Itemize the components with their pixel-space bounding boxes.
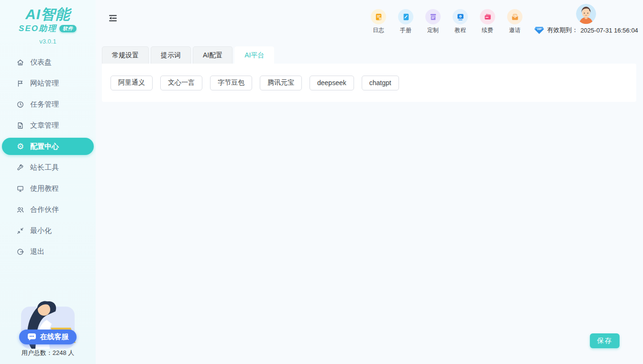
sidebar-item-label: 退出 (30, 247, 44, 256)
header-action-manual[interactable]: 手册 (397, 9, 414, 34)
monitor-icon (16, 185, 24, 193)
sidebar-item-exit[interactable]: 退出 (0, 241, 96, 262)
header-action-tutorial[interactable]: 教程 (452, 9, 469, 34)
customer-service-card: 在线客服 用户总数：2248 人 (0, 289, 96, 357)
sidebar: AI智能 SEO助理 软件 v3.0.1 仪表盘 网站管理 任务管理 文章管 (0, 0, 96, 364)
platform-button-doubao[interactable]: 字节豆包 (210, 76, 252, 90)
header-action-label: 手册 (400, 26, 411, 34)
flag-icon (16, 79, 24, 88)
avatar[interactable] (576, 4, 596, 24)
header-action-renew[interactable]: 续费 (479, 9, 496, 34)
chat-bubble-icon (27, 333, 36, 341)
svg-text:VIP: VIP (537, 27, 542, 30)
online-service-button[interactable]: 在线客服 (19, 330, 77, 344)
header-action-label: 定制 (427, 26, 439, 34)
minimize-icon (16, 227, 24, 235)
platform-button-chatgpt[interactable]: chatgpt (362, 76, 399, 90)
header-action-invite[interactable]: 邀请 (506, 9, 523, 34)
sidebar-item-label: 文章管理 (30, 121, 59, 130)
app-version: v3.0.1 (0, 38, 96, 45)
app-logo: AI智能 SEO助理 软件 (0, 0, 96, 34)
sidebar-item-config-center[interactable]: ⚙ 配置中心 (2, 138, 94, 155)
platform-button-ali-tongyi[interactable]: 阿里通义 (111, 76, 153, 90)
header-action-log[interactable]: 日志 (370, 9, 387, 34)
platform-button-deepseek[interactable]: deepseek (310, 76, 354, 90)
sidebar-item-label: 配置中心 (30, 142, 59, 151)
sidebar-item-task-management[interactable]: 任务管理 (0, 94, 96, 115)
renew-icon (480, 9, 495, 24)
tab-general-settings[interactable]: 常规设置 (102, 46, 149, 64)
header-action-label: 续费 (482, 26, 493, 34)
header-actions: 日志 手册 定制 教程 (370, 9, 523, 34)
vip-expiry: VIP 有效期到： 2025-07-31 16:56:04 (534, 26, 638, 34)
main-content: 日志 手册 定制 教程 (96, 0, 643, 364)
sidebar-item-label: 网站管理 (30, 79, 59, 88)
sidebar-item-dashboard[interactable]: 仪表盘 (0, 52, 96, 73)
platform-list: 阿里通义 文心一言 字节豆包 腾讯元宝 deepseek chatgpt (111, 76, 399, 90)
header-action-custom[interactable]: 定制 (424, 9, 442, 34)
manual-icon (398, 9, 413, 24)
log-icon (371, 9, 386, 24)
sidebar-item-label: 仪表盘 (30, 58, 52, 67)
tab-label: 常规设置 (112, 51, 139, 60)
gear-icon: ⚙ (16, 143, 24, 151)
sidebar-item-article-management[interactable]: 文章管理 (0, 115, 96, 136)
online-service-label: 在线客服 (40, 332, 69, 342)
tab-ai-platform[interactable]: AI平台 (234, 46, 274, 64)
settings-tabs: 常规设置 提示词 AI配置 AI平台 (102, 46, 274, 64)
article-icon (16, 121, 24, 130)
vip-gem-icon: VIP (534, 26, 544, 34)
vip-expiry-value: 2025-07-31 16:56:04 (580, 27, 638, 34)
sidebar-item-website-management[interactable]: 网站管理 (0, 73, 96, 94)
sidebar-item-webmaster-tools[interactable]: 站长工具 (0, 157, 96, 178)
sidebar-item-partners[interactable]: 合作伙伴 (0, 199, 96, 220)
sidebar-item-tutorial[interactable]: 使用教程 (0, 178, 96, 199)
ai-platform-panel: 阿里通义 文心一言 字节豆包 腾讯元宝 deepseek chatgpt (102, 64, 636, 102)
sidebar-item-label: 使用教程 (30, 184, 59, 193)
home-icon (16, 58, 24, 66)
sidebar-item-label: 任务管理 (30, 100, 59, 109)
platform-button-wenxin-yiyan[interactable]: 文心一言 (160, 76, 202, 90)
tab-prompt-words[interactable]: 提示词 (151, 46, 191, 64)
logo-title: AI智能 (0, 7, 96, 22)
wrench-icon (16, 164, 24, 172)
logo-subtitle: SEO助理 (19, 23, 57, 34)
clock-icon (16, 100, 24, 109)
header-action-label: 教程 (455, 26, 466, 34)
sidebar-nav: 仪表盘 网站管理 任务管理 文章管理 ⚙ 配置中心 站长工具 (0, 52, 96, 262)
logo-badge: 软件 (59, 24, 77, 33)
sidebar-item-label: 最小化 (30, 226, 52, 235)
tab-label: AI平台 (244, 51, 264, 60)
user-count-text: 用户总数：2248 人 (22, 349, 75, 357)
sidebar-collapse-icon[interactable] (108, 13, 118, 24)
user-profile: VIP 有效期到： 2025-07-31 16:56:04 (535, 4, 637, 34)
tab-label: AI配置 (203, 51, 222, 60)
partners-icon (16, 206, 24, 214)
tab-label: 提示词 (161, 51, 181, 60)
header-action-label: 日志 (373, 26, 384, 34)
tab-ai-config[interactable]: AI配置 (193, 46, 233, 64)
logout-icon (16, 248, 24, 256)
app-window: AI智能 SEO助理 软件 v3.0.1 仪表盘 网站管理 任务管理 文章管 (0, 0, 643, 364)
platform-button-tencent-yuanbao[interactable]: 腾讯元宝 (260, 76, 302, 90)
sidebar-item-label: 合作伙伴 (30, 205, 59, 214)
tutorial-icon (453, 9, 468, 24)
sidebar-item-label: 站长工具 (30, 163, 59, 172)
invite-icon (507, 9, 522, 24)
save-button[interactable]: 保存 (590, 333, 620, 348)
header-action-label: 邀请 (509, 26, 521, 34)
custom-icon (425, 9, 441, 24)
vip-expiry-label: 有效期到： (547, 26, 578, 34)
sidebar-item-minimize[interactable]: 最小化 (0, 220, 96, 241)
